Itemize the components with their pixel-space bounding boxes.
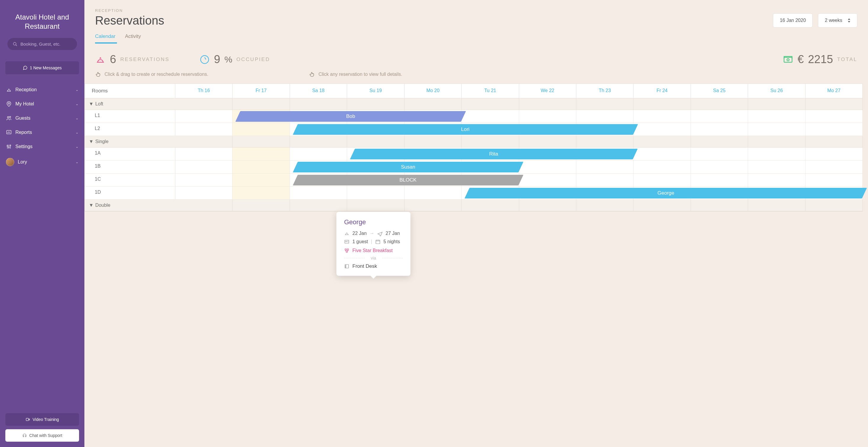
chart-icon — [6, 129, 12, 136]
room-group-loft[interactable]: ▼ Loft — [85, 98, 863, 110]
page-title: Reservations — [95, 14, 164, 27]
guest-icon — [344, 239, 349, 244]
avatar — [6, 158, 14, 166]
day-header: Th 23 — [576, 84, 633, 98]
chevron-down-icon: ⌄ — [75, 102, 79, 106]
sliders-icon — [6, 144, 12, 150]
svg-point-2 — [8, 103, 10, 104]
day-header: Fr 24 — [633, 84, 691, 98]
svg-point-3 — [7, 117, 9, 118]
svg-point-10 — [200, 55, 209, 63]
day-header: Fr 17 — [232, 84, 290, 98]
gauge-icon — [199, 54, 210, 65]
svg-point-12 — [787, 59, 789, 61]
svg-rect-13 — [345, 240, 349, 243]
video-training-button[interactable]: Video Training — [5, 413, 79, 426]
day-header: Sa 18 — [290, 84, 347, 98]
collapse-icon: ▼ — [89, 101, 94, 107]
chevron-down-icon: ⌄ — [75, 88, 79, 92]
chat-icon — [23, 65, 28, 70]
calendar-icon — [375, 239, 380, 244]
arrow-icon: → — [370, 231, 374, 236]
svg-point-8 — [10, 145, 11, 146]
rooms-column-header: Rooms — [85, 84, 175, 98]
hint-drag: Click & drag to create or reschedule res… — [95, 71, 208, 78]
date-picker[interactable]: 16 Jan 2020 — [773, 13, 813, 28]
svg-point-7 — [8, 147, 9, 148]
sidebar-item-reports[interactable]: Reports⌄ — [0, 125, 84, 140]
svg-rect-16 — [345, 249, 346, 250]
svg-point-4 — [9, 116, 11, 118]
stat-occupied: 9 % OCCUPIED — [199, 53, 270, 66]
room-group-single[interactable]: ▼ Single — [85, 136, 863, 148]
chevron-down-icon: ⌄ — [75, 160, 79, 164]
room-label: L2 — [85, 123, 175, 136]
users-icon — [6, 115, 12, 121]
room-row[interactable]: 1CBLOCK — [85, 174, 863, 187]
stat-reservations: 6 RESERVATIONS — [95, 53, 170, 66]
sidebar-item-guests[interactable]: Guests⌄ — [0, 111, 84, 125]
svg-point-0 — [13, 42, 16, 45]
room-label: 1B — [85, 160, 175, 173]
search-input[interactable] — [21, 41, 77, 47]
stat-total: € 2215 TOTAL — [783, 53, 857, 66]
svg-rect-5 — [7, 131, 11, 134]
day-header: Mo 20 — [405, 84, 462, 98]
room-row[interactable]: 1BSusan — [85, 160, 863, 174]
sidebar-item-settings[interactable]: Settings⌄ — [0, 140, 84, 154]
reservation-bar[interactable]: Susan — [292, 162, 523, 172]
range-select[interactable]: 2 weeks — [818, 13, 857, 28]
svg-point-6 — [7, 145, 8, 146]
hotel-title: Atavoli Hotel and Restaurant — [0, 0, 84, 38]
tab-calendar[interactable]: Calendar — [95, 33, 116, 43]
room-label: L1 — [85, 110, 175, 123]
tab-activity[interactable]: Activity — [125, 33, 141, 43]
hint-click: Click any reservation to view full detai… — [309, 71, 402, 78]
reservation-bar[interactable]: Lori — [292, 124, 638, 135]
nav: Reception⌄My Hotel⌄Guests⌄Reports⌄Settin… — [0, 83, 84, 154]
day-header: We 22 — [519, 84, 576, 98]
user-menu[interactable]: Lory ⌄ — [0, 154, 84, 170]
bell-icon — [6, 87, 12, 93]
sidebar-item-reception[interactable]: Reception⌄ — [0, 83, 84, 97]
svg-line-1 — [16, 45, 17, 46]
desk-icon — [344, 264, 349, 269]
plan-icon — [344, 248, 349, 253]
reservation-bar[interactable]: Bob — [236, 111, 466, 122]
collapse-icon: ▼ — [89, 203, 94, 208]
room-row[interactable]: 1ARita — [85, 148, 863, 160]
day-header: Sa 25 — [691, 84, 748, 98]
pointer-icon — [95, 71, 101, 78]
room-label: 1D — [85, 187, 175, 199]
room-label: 1C — [85, 174, 175, 186]
reservation-bar[interactable]: George — [465, 188, 867, 199]
bell-icon — [95, 54, 106, 65]
cash-icon — [783, 54, 794, 65]
sidebar-item-my-hotel[interactable]: My Hotel⌄ — [0, 97, 84, 111]
main: RECEPTION Reservations 16 Jan 2020 2 wee… — [84, 0, 868, 447]
chevron-down-icon: ⌄ — [75, 130, 79, 135]
room-group-double[interactable]: ▼ Double — [85, 200, 863, 211]
chat-support-button[interactable]: Chat with Support — [5, 429, 79, 442]
checkin-icon — [344, 231, 349, 236]
room-label: 1A — [85, 148, 175, 160]
room-row[interactable]: L1Bob — [85, 110, 863, 123]
svg-rect-9 — [26, 418, 28, 421]
reservation-tooltip: George22 Jan→27 Jan1 guest|5 nightsFive … — [336, 212, 410, 276]
day-header: Su 26 — [748, 84, 805, 98]
reservation-bar[interactable]: Rita — [350, 149, 638, 159]
svg-rect-18 — [346, 251, 348, 253]
plane-icon — [377, 231, 383, 236]
pointer-icon — [309, 71, 315, 78]
tooltip-guest-name: George — [344, 218, 403, 226]
messages-button[interactable]: 1 New Messages — [5, 61, 79, 74]
chevron-down-icon: ⌄ — [75, 116, 79, 120]
room-row[interactable]: L2Lori — [85, 123, 863, 136]
room-row[interactable]: 1DGeorge — [85, 187, 863, 200]
search-icon — [13, 42, 18, 47]
video-icon — [26, 417, 30, 421]
search-bar[interactable] — [7, 38, 77, 50]
reservation-bar[interactable]: BLOCK — [292, 175, 523, 185]
chevron-down-icon: ⌄ — [75, 145, 79, 149]
day-header: Tu 21 — [462, 84, 519, 98]
